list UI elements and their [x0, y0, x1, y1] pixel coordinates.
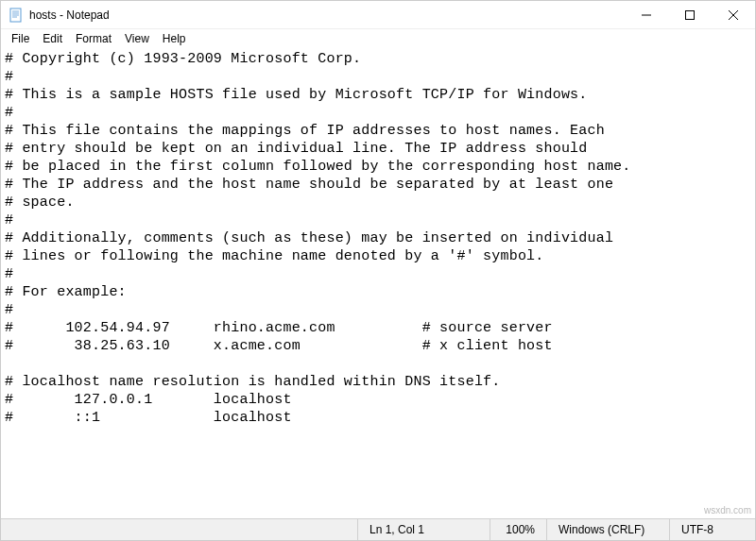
text-editor[interactable]: # Copyright (c) 1993-2009 Microsoft Corp… — [1, 48, 755, 518]
notepad-icon — [9, 8, 24, 23]
menu-format[interactable]: Format — [69, 30, 118, 47]
menu-file[interactable]: File — [5, 30, 36, 47]
svg-rect-6 — [686, 10, 695, 19]
menu-view[interactable]: View — [118, 30, 156, 47]
menu-edit[interactable]: Edit — [36, 30, 69, 47]
status-zoom: 100% — [490, 519, 547, 540]
status-position: Ln 1, Col 1 — [358, 519, 490, 540]
statusbar: Ln 1, Col 1 100% Windows (CRLF) UTF-8 — [1, 518, 755, 540]
status-encoding: UTF-8 — [670, 519, 755, 540]
maximize-button[interactable] — [668, 1, 712, 29]
close-button[interactable] — [712, 1, 755, 29]
window-title: hosts - Notepad — [29, 8, 110, 22]
minimize-button[interactable] — [625, 1, 668, 29]
menubar: File Edit Format View Help — [1, 29, 755, 48]
watermark-text: wsxdn.com — [704, 505, 751, 516]
status-line-ending: Windows (CRLF) — [547, 519, 670, 540]
status-spacer — [1, 519, 358, 540]
titlebar: hosts - Notepad — [1, 1, 755, 29]
menu-help[interactable]: Help — [156, 30, 193, 47]
